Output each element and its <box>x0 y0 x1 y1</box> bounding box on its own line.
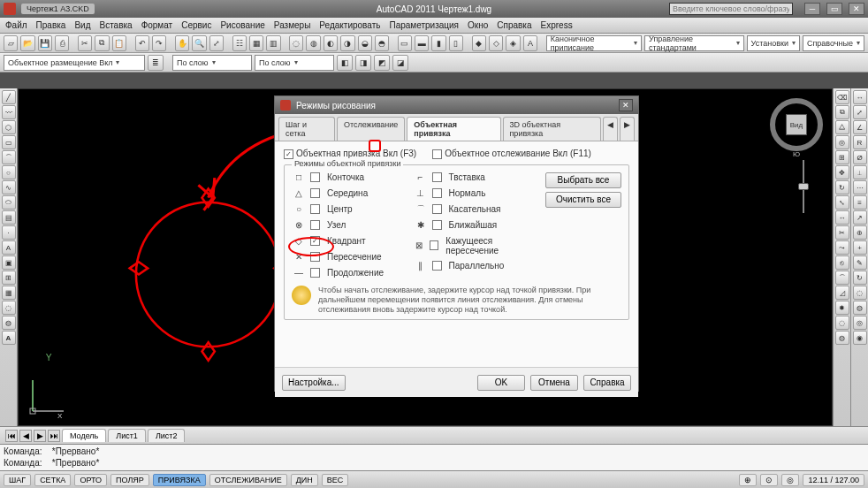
menu-item[interactable]: Вставка <box>99 20 132 30</box>
tool-icon[interactable]: ◌ <box>835 316 849 330</box>
status-otrack[interactable]: ОТСЛЕЖИВАНИЕ <box>209 474 287 486</box>
circle-icon[interactable]: ○ <box>2 165 16 179</box>
tab-scroll-left[interactable]: ◀ <box>603 117 618 141</box>
clear-all-button[interactable]: Очистить все <box>545 192 621 208</box>
explode-icon[interactable]: ✸ <box>835 301 849 315</box>
snap-extension[interactable]: —Продолжение <box>292 268 403 278</box>
linetype-dropdown[interactable]: По слою▾ <box>255 55 334 71</box>
redo-icon[interactable]: ↷ <box>152 35 166 51</box>
arc-icon[interactable]: ⌒ <box>2 150 16 164</box>
menu-item[interactable]: Сервис <box>181 20 211 30</box>
cut-icon[interactable]: ✂ <box>78 35 92 51</box>
snap-intersection[interactable]: ✕Пересечение <box>292 252 403 263</box>
help-search-input[interactable] <box>669 3 793 15</box>
tool-icon[interactable]: A <box>523 35 537 51</box>
snap-parallel[interactable]: ∥Параллельно <box>414 261 535 271</box>
tab-scroll-right[interactable]: ▶ <box>620 117 635 141</box>
pan-icon[interactable]: ✋ <box>175 35 189 51</box>
tool-icon[interactable]: ◌ <box>2 301 16 315</box>
tool-icon[interactable]: ◓ <box>375 35 389 51</box>
sheet-nav-first[interactable]: ⏮ <box>5 430 18 442</box>
mirror-icon[interactable]: ⧋ <box>835 120 849 134</box>
tab-osnap[interactable]: Объектная привязка <box>407 117 500 141</box>
dim-edit-icon[interactable]: ✎ <box>853 255 867 270</box>
tool-icon[interactable]: ◍ <box>2 316 16 330</box>
open-icon[interactable]: 📂 <box>20 35 34 51</box>
hatch-icon[interactable]: ▤ <box>2 210 16 225</box>
snap-nearest[interactable]: ✱Ближайшая <box>414 220 535 231</box>
chamfer-icon[interactable]: ◿ <box>835 286 849 300</box>
cancel-button[interactable]: Отмена <box>530 375 578 391</box>
save-icon[interactable]: 💾 <box>38 35 52 51</box>
spline-icon[interactable]: ∿ <box>2 180 16 194</box>
dropdown-anno[interactable]: Каноничное приписание▾ <box>546 35 642 51</box>
snap-quadrant[interactable]: ◇Квадрант <box>292 236 403 247</box>
color-dropdown[interactable]: По слою▾ <box>172 55 252 71</box>
sheet-nav-last[interactable]: ⏭ <box>48 430 60 442</box>
status-dyn[interactable]: ДИН <box>291 474 318 486</box>
point-icon[interactable]: · <box>2 225 16 240</box>
dim-update-icon[interactable]: ↻ <box>853 271 867 285</box>
tool-icon[interactable]: ▯ <box>449 35 463 51</box>
dim-angular-icon[interactable]: ∠ <box>853 120 867 134</box>
copy-icon[interactable]: ⧉ <box>95 35 109 51</box>
undo-icon[interactable]: ↶ <box>135 35 149 51</box>
tool-palettes-icon[interactable]: ▥ <box>266 35 280 51</box>
text-icon[interactable]: A <box>2 240 16 255</box>
ok-button[interactable]: OK <box>477 375 525 391</box>
print-icon[interactable]: ⎙ <box>55 35 69 51</box>
close-button[interactable]: ✕ <box>849 3 864 15</box>
array-icon[interactable]: ⊞ <box>835 150 849 164</box>
dropdown-anno[interactable]: Управление стандартами▾ <box>644 35 744 51</box>
tool-icon[interactable]: ◆ <box>472 35 486 51</box>
menu-item[interactable]: Вид <box>74 20 90 30</box>
rotate-icon[interactable]: ↻ <box>835 180 849 194</box>
region-icon[interactable]: ▦ <box>2 286 16 300</box>
layer-dropdown[interactable]: Объектное размещение Вкл▾ <box>4 55 145 71</box>
stretch-icon[interactable]: ↔ <box>835 210 849 225</box>
tool-icon[interactable]: ◨ <box>355 55 371 71</box>
scale-icon[interactable]: ⤡ <box>835 195 849 210</box>
doc-tab[interactable]: Чертеж1 A3.CKD <box>21 4 95 14</box>
paste-icon[interactable]: 📋 <box>112 35 126 51</box>
snap-insertion[interactable]: ⌐Твставка <box>414 172 535 183</box>
tool-icon[interactable]: ◩ <box>374 55 390 71</box>
tolerance-icon[interactable]: ⊕ <box>853 225 867 240</box>
sheet-tab-layout2[interactable]: Лист2 <box>148 429 186 442</box>
tool-icon[interactable]: ◧ <box>337 55 353 71</box>
status-grid[interactable]: СЕТКА <box>34 474 71 486</box>
extend-icon[interactable]: ⤳ <box>835 240 849 255</box>
break-icon[interactable]: ⎋ <box>835 255 849 270</box>
tool-icon[interactable]: ▮ <box>431 35 445 51</box>
menu-item[interactable]: Параметризация <box>389 20 459 30</box>
osnap-enable-checkbox[interactable]: Объектная привязка Вкл (F3) <box>284 149 416 159</box>
layer-props-icon[interactable]: ≣ <box>148 55 164 71</box>
maximize-button[interactable]: ▭ <box>826 3 842 15</box>
tool-icon[interactable]: ◑ <box>340 35 354 51</box>
tool-icon[interactable]: ▭ <box>398 35 412 51</box>
help-search[interactable] <box>669 3 793 15</box>
tool-icon[interactable]: ◈ <box>506 35 520 51</box>
tool-icon[interactable]: ◌ <box>289 35 303 51</box>
snap-apparent[interactable]: ⊠Кажущееся пересечение <box>414 236 535 255</box>
snap-endpoint[interactable]: □Конточка <box>292 172 403 183</box>
text-multi-icon[interactable]: A <box>2 331 16 345</box>
menu-item[interactable]: Правка <box>36 20 66 30</box>
dim-ordinate-icon[interactable]: ⟂ <box>853 165 867 179</box>
dim-continue-icon[interactable]: ⋯ <box>853 180 867 194</box>
sheet-tab-layout1[interactable]: Лист1 <box>108 429 146 442</box>
help-button[interactable]: Справка <box>583 375 631 391</box>
select-all-button[interactable]: Выбрать все <box>545 172 621 188</box>
new-icon[interactable]: ▱ <box>4 35 18 51</box>
tab-snap-grid[interactable]: Шаг и сетка <box>278 117 335 141</box>
ellipse-icon[interactable]: ⬭ <box>2 195 16 210</box>
status-lwt[interactable]: ВЕС <box>322 474 349 486</box>
move-icon[interactable]: ✥ <box>835 165 849 179</box>
menu-item[interactable]: Размеры <box>274 20 311 30</box>
snap-tangent[interactable]: ⌒Касательная <box>414 204 535 215</box>
table-icon[interactable]: ⊞ <box>2 271 16 285</box>
menu-item[interactable]: Справка <box>497 20 531 30</box>
tab-polar[interactable]: Отслеживание <box>337 117 405 141</box>
command-line[interactable]: Команда: *Прервано* Команда: *Прервано* … <box>0 444 868 470</box>
sheet-nav-prev[interactable]: ◀ <box>19 430 32 442</box>
